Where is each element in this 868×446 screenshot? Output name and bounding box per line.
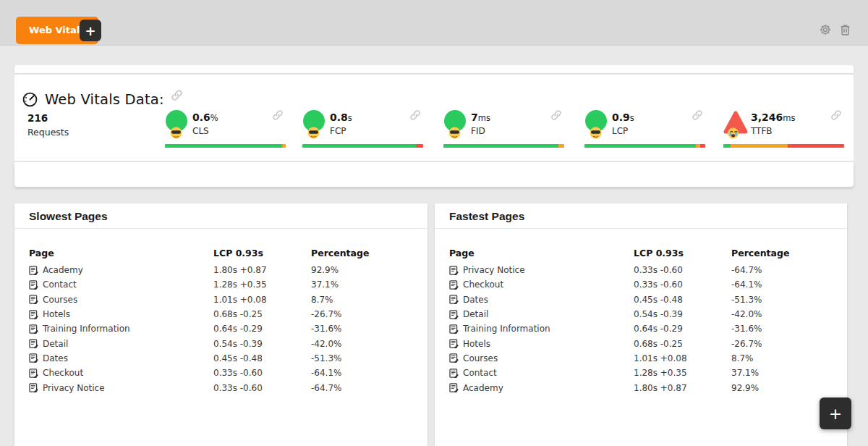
requests-label: Requests — [27, 127, 69, 138]
metric-card: 0.6% CLS — [165, 109, 286, 153]
table-row[interactable]: Courses 1.01s +0.08 8.7% — [29, 293, 414, 307]
document-edit-icon — [29, 324, 38, 334]
mood-icon-wrap — [723, 110, 748, 140]
row-lcp: 0.68s -0.25 — [634, 339, 731, 349]
table-row[interactable]: Dates 0.45s -0.48 -51.3% — [449, 293, 834, 307]
page-name: Checkout — [43, 368, 83, 378]
metric-value-line: 0.8s — [330, 112, 352, 123]
document-edit-icon — [449, 339, 459, 348]
metric-bar — [165, 144, 286, 148]
metric-value: 0.8 — [330, 112, 348, 123]
page-name: Dates — [463, 295, 488, 305]
document-edit-icon — [449, 310, 459, 319]
document-edit-icon — [29, 280, 38, 290]
row-lcp: 0.54s -0.39 — [213, 339, 311, 349]
page-name: Hotels — [463, 339, 490, 349]
document-edit-icon — [29, 383, 38, 392]
row-lcp: 0.33s -0.60 — [213, 383, 311, 393]
table-header-row: Page LCP 0.93s Percentage — [29, 244, 414, 261]
table-row[interactable]: Checkout 0.33s -0.60 -64.1% — [29, 366, 414, 380]
row-lcp: 1.01s +0.08 — [213, 295, 311, 305]
mood-icon-wrap — [165, 110, 190, 140]
page-name: Dates — [43, 353, 68, 363]
table-row[interactable]: Dates 0.45s -0.48 -51.3% — [29, 351, 414, 366]
metric-value: 0.6 — [192, 112, 210, 123]
table-row[interactable]: Hotels 0.68s -0.25 -26.7% — [449, 336, 834, 350]
row-percentage: 8.7% — [731, 353, 834, 363]
row-percentage: 37.1% — [311, 279, 414, 290]
gear-icon[interactable] — [819, 23, 832, 36]
metric-unit: s — [348, 113, 352, 123]
metric-bar — [443, 144, 564, 148]
link-icon[interactable] — [831, 109, 841, 123]
document-edit-icon — [449, 295, 459, 304]
metric-value-line: 7ms — [471, 112, 490, 123]
row-lcp: 0.54s -0.39 — [634, 309, 731, 319]
row-percentage: -42.0% — [731, 309, 834, 319]
tab-bar: Web Vitals + — [0, 0, 868, 46]
add-widget-button[interactable]: + — [820, 397, 851, 429]
add-tab-button[interactable]: + — [80, 20, 101, 41]
link-icon[interactable] — [692, 109, 702, 123]
pages-table: Page LCP 0.93s Percentage Academy 1.80s … — [14, 229, 427, 395]
metric-value: 3,246 — [751, 112, 783, 123]
table-row[interactable]: Hotels 0.68s -0.25 -26.7% — [29, 307, 414, 321]
page-name: Courses — [43, 295, 77, 305]
table-row[interactable]: Privacy Notice 0.33s -0.60 -64.7% — [29, 380, 414, 395]
table-row[interactable]: Contact 1.28s +0.35 37.1% — [29, 277, 414, 292]
page-name: Hotels — [43, 309, 70, 319]
mood-icon-wrap — [302, 110, 327, 140]
link-icon[interactable] — [273, 109, 283, 123]
document-edit-icon — [29, 369, 38, 378]
metric-value: 0.9 — [612, 112, 630, 123]
document-edit-icon — [449, 369, 459, 378]
table-row[interactable]: Academy 1.80s +0.87 92.9% — [449, 380, 834, 395]
table-row[interactable]: Privacy Notice 0.33s -0.60 -64.7% — [449, 263, 834, 277]
summary-card-top-strip — [14, 65, 854, 73]
row-lcp: 0.33s -0.60 — [634, 265, 731, 275]
panel-title: Slowest Pages — [14, 203, 427, 229]
metric-label: LCP — [612, 126, 628, 136]
row-lcp: 1.28s +0.35 — [213, 279, 311, 290]
table-row[interactable]: Contact 1.28s +0.35 37.1% — [449, 366, 834, 380]
table-row[interactable]: Detail 0.54s -0.39 -42.0% — [29, 336, 414, 350]
page-name: Contact — [463, 368, 497, 378]
col-page: Page — [29, 248, 213, 258]
link-icon[interactable] — [551, 109, 561, 123]
alert-triangle-icon — [723, 110, 748, 140]
col-page: Page — [449, 248, 634, 258]
table-row[interactable]: Academy 1.80s +0.87 92.9% — [29, 263, 414, 277]
link-icon[interactable] — [410, 109, 420, 123]
row-lcp: 0.45s -0.48 — [213, 353, 311, 363]
page-name: Privacy Notice — [43, 383, 105, 393]
row-percentage: 8.7% — [311, 295, 414, 305]
metric-card: 7ms FID — [443, 109, 564, 153]
table-row[interactable]: Detail 0.54s -0.39 -42.0% — [449, 307, 834, 321]
metric-label: CLS — [192, 126, 209, 136]
document-edit-icon — [449, 353, 459, 363]
document-edit-icon — [29, 310, 38, 319]
summary-card-bottom-strip — [14, 162, 854, 187]
row-percentage: -51.3% — [311, 353, 414, 363]
mood-icon-wrap — [443, 110, 468, 140]
link-icon[interactable] — [171, 90, 182, 104]
metric-value: 7 — [471, 112, 478, 123]
metric-bar — [302, 144, 423, 148]
page-name: Detail — [43, 339, 68, 349]
page-name: Training Information — [463, 324, 550, 334]
table-row[interactable]: Checkout 0.33s -0.60 -64.1% — [449, 277, 834, 292]
metric-card: 0.8s FCP — [302, 109, 423, 153]
row-lcp: 1.01s +0.08 — [634, 353, 731, 363]
row-lcp: 1.28s +0.35 — [634, 368, 731, 378]
metric-unit: s — [630, 113, 634, 123]
metric-unit: % — [210, 113, 218, 123]
table-row[interactable]: Training Information 0.64s -0.29 -31.6% — [29, 321, 414, 336]
trash-icon[interactable] — [839, 23, 852, 36]
table-row[interactable]: Courses 1.01s +0.08 8.7% — [449, 351, 834, 366]
mood-icon-wrap — [584, 110, 609, 140]
row-percentage: -64.1% — [731, 279, 834, 290]
table-row[interactable]: Training Information 0.64s -0.29 -31.6% — [449, 321, 834, 336]
page-name: Training Information — [43, 324, 130, 334]
row-lcp: 1.80s +0.87 — [213, 265, 311, 275]
row-percentage: -26.7% — [731, 339, 834, 349]
